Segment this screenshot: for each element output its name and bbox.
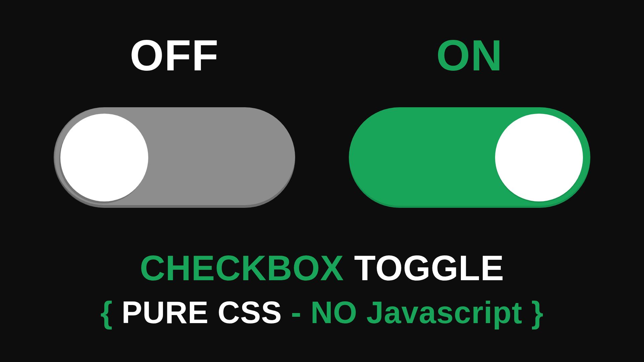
toggle-off-label: OFF bbox=[130, 34, 219, 77]
toggles-row: OFF ON bbox=[27, 34, 617, 208]
toggle-on-column: ON bbox=[349, 34, 590, 208]
caption-line-2: { PURE CSS - NO Javascript } bbox=[100, 293, 544, 332]
caption-block: CHECKBOX TOGGLE { PURE CSS - NO Javascri… bbox=[100, 246, 544, 332]
toggle-on-switch[interactable] bbox=[349, 107, 590, 208]
toggle-off-knob-icon bbox=[60, 114, 148, 201]
brace-close-icon: } bbox=[531, 295, 544, 329]
caption-pure-css: PURE CSS bbox=[122, 295, 282, 329]
caption-dash: - bbox=[291, 295, 302, 329]
toggle-on-label: ON bbox=[436, 34, 503, 77]
toggle-on-knob-icon bbox=[495, 114, 583, 201]
caption-no-javascript: NO Javascript bbox=[311, 295, 523, 329]
caption-word-checkbox: CHECKBOX bbox=[140, 248, 344, 288]
caption-line-1: CHECKBOX TOGGLE bbox=[100, 246, 544, 290]
brace-open-icon: { bbox=[100, 295, 113, 329]
stage: OFF ON CHECKBOX TOGGLE { PURE CSS - NO J… bbox=[0, 0, 644, 362]
toggle-off-column: OFF bbox=[54, 34, 295, 208]
caption-word-toggle: TOGGLE bbox=[354, 248, 504, 288]
toggle-off-switch[interactable] bbox=[54, 107, 295, 208]
